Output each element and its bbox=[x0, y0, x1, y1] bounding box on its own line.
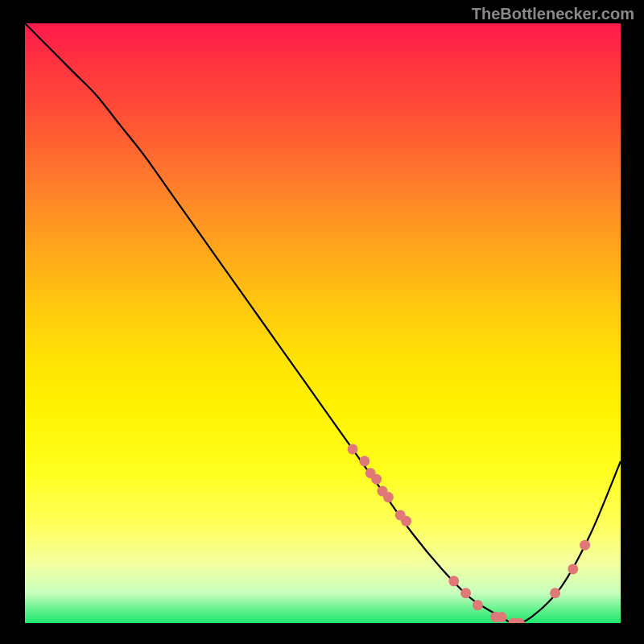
marker-point bbox=[448, 576, 459, 586]
marker-point bbox=[580, 540, 590, 551]
marker-point bbox=[371, 474, 382, 485]
marker-point bbox=[473, 600, 483, 610]
bottleneck-curve bbox=[25, 23, 621, 623]
attribution-text: TheBottlenecker.com bbox=[472, 5, 634, 23]
marker-point bbox=[568, 564, 578, 574]
marker-point bbox=[401, 516, 411, 526]
plot-area bbox=[25, 23, 621, 623]
marker-point bbox=[460, 588, 471, 598]
chart-svg bbox=[25, 23, 621, 623]
marker-point bbox=[359, 456, 369, 466]
marker-point bbox=[550, 588, 560, 598]
chart-container: TheBottlenecker.com bbox=[0, 0, 644, 644]
marker-point bbox=[348, 444, 358, 454]
marker-point bbox=[497, 612, 507, 622]
marker-point bbox=[383, 492, 394, 502]
highlight-markers bbox=[348, 444, 591, 623]
